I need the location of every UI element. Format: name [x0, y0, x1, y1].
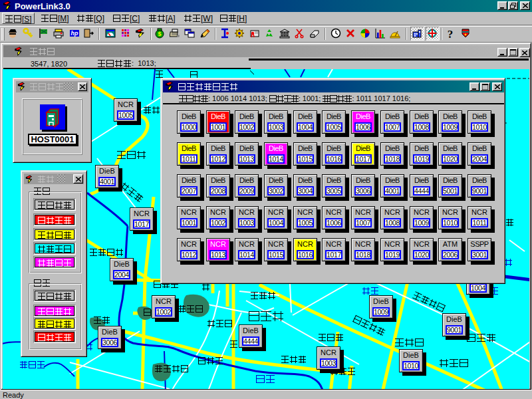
svg-text:$: $ [158, 31, 161, 37]
svg-text:hp: hp [71, 30, 78, 37]
svg-text:?: ? [448, 28, 454, 39]
